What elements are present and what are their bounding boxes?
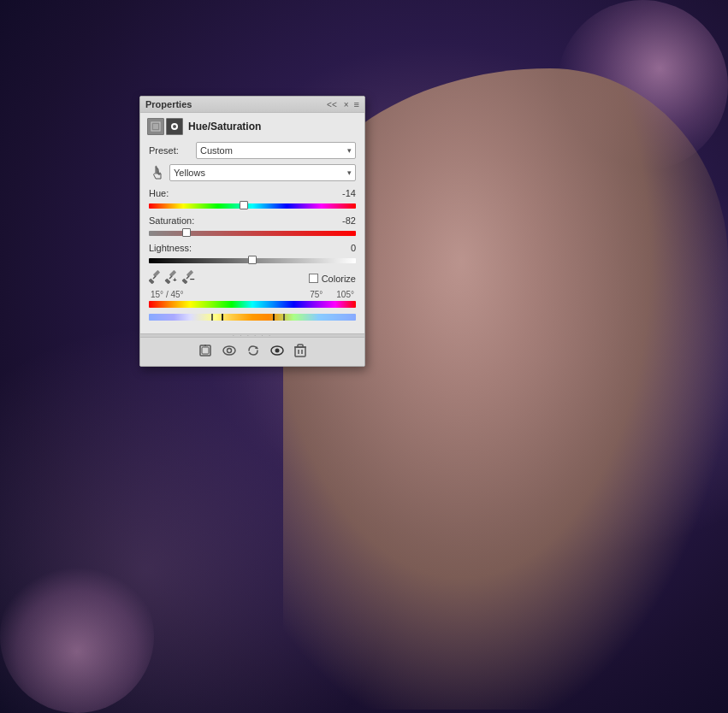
- clip-to-layer-button[interactable]: [197, 342, 214, 362]
- svg-rect-27: [298, 345, 303, 347]
- range-marker-left2: [222, 314, 223, 321]
- lightness-slider[interactable]: [149, 255, 356, 265]
- saturation-slider-row: Saturation: -82: [149, 215, 356, 238]
- svg-point-18: [223, 346, 235, 355]
- svg-rect-23: [295, 347, 305, 356]
- colorize-label: Colorize: [322, 274, 356, 284]
- preset-dropdown[interactable]: Custom ▾: [196, 142, 356, 159]
- view-previous-button[interactable]: [221, 342, 238, 362]
- close-button[interactable]: ×: [342, 100, 351, 109]
- delete-button[interactable]: [293, 342, 308, 362]
- saturation-thumb[interactable]: [182, 228, 191, 237]
- toggle-visibility-button[interactable]: [269, 342, 286, 362]
- colorize-checkbox[interactable]: [309, 274, 318, 283]
- channel-row: Yellows ▾: [149, 164, 356, 181]
- svg-line-6: [153, 276, 156, 279]
- range-right1: 75°: [310, 290, 323, 299]
- range-marker-right2: [283, 314, 285, 321]
- saturation-slider[interactable]: [149, 227, 356, 238]
- svg-line-9: [169, 276, 172, 279]
- lightness-header: Lightness: 0: [149, 243, 356, 253]
- range-right2: 105°: [336, 290, 354, 299]
- adjustment-layer-icon[interactable]: [147, 118, 164, 135]
- svg-text:+: +: [173, 276, 177, 284]
- panel-menu-button[interactable]: ≡: [354, 99, 359, 109]
- svg-line-13: [186, 276, 189, 279]
- range-right-degrees: 75° 105°: [310, 290, 354, 299]
- svg-rect-1: [153, 124, 158, 129]
- lightness-thumb[interactable]: [248, 256, 257, 264]
- eyedropper-set-icon[interactable]: [149, 270, 161, 286]
- panel-toolbar: [140, 337, 364, 366]
- hue-value: -14: [330, 188, 356, 198]
- saturation-value: -82: [330, 215, 356, 226]
- range-marker-left: [211, 314, 213, 321]
- hue-thumb[interactable]: [240, 201, 248, 209]
- resize-dots-icon: · · · · · ·: [233, 332, 272, 339]
- titlebar-controls: << × ≡: [325, 99, 359, 109]
- eyedropper-add-icon[interactable]: +: [164, 270, 178, 286]
- hand-tool-icon[interactable]: [149, 164, 166, 181]
- channel-value: Yellows: [174, 168, 205, 178]
- lightness-slider-row: Lightness: 0: [149, 243, 356, 265]
- panel-section-header: Hue/Saturation: [140, 113, 364, 138]
- svg-rect-16: [202, 347, 209, 354]
- color-range-section: 15° / 45° 75° 105°: [149, 290, 356, 324]
- hue-track-bg: [149, 203, 356, 209]
- channel-dropdown[interactable]: Yellows ▾: [169, 164, 356, 181]
- saturation-label: Saturation:: [149, 215, 194, 226]
- panel-titlebar: Properties << × ≡: [140, 97, 364, 113]
- svg-point-22: [275, 349, 280, 353]
- hue-header: Hue: -14: [149, 188, 356, 198]
- hue-slider-row: Hue: -14: [149, 188, 356, 210]
- eyedropper-row: + − Colorize: [149, 270, 356, 286]
- preset-row: Preset: Custom ▾: [149, 142, 356, 159]
- hue-slider[interactable]: [149, 200, 356, 210]
- section-title: Hue/Saturation: [188, 121, 261, 133]
- preset-arrow: ▾: [347, 146, 352, 155]
- saturation-track-bg: [149, 231, 356, 236]
- selection-bar-container: [149, 314, 356, 324]
- preset-value: Custom: [200, 145, 233, 156]
- svg-rect-4: [153, 270, 160, 277]
- rose-decoration-bottom: [0, 559, 154, 713]
- svg-point-19: [228, 349, 232, 353]
- preset-label: Preset:: [149, 145, 196, 156]
- rainbow-bar-container: [149, 301, 356, 311]
- hue-label: Hue:: [149, 188, 169, 198]
- adjustment-icons: [147, 118, 183, 135]
- collapse-button[interactable]: <<: [325, 100, 339, 109]
- range-marker-right: [273, 314, 275, 321]
- properties-panel: Properties << × ≡ Hue/Saturation: [139, 96, 365, 367]
- selection-color-bar: [149, 314, 356, 321]
- channel-arrow: ▾: [347, 168, 352, 177]
- rainbow-color-bar: [149, 301, 356, 308]
- reset-button[interactable]: [245, 342, 262, 362]
- svg-text:−: −: [190, 274, 195, 284]
- range-degrees: 15° / 45° 75° 105°: [149, 290, 356, 299]
- mask-icon[interactable]: [166, 118, 183, 135]
- saturation-header: Saturation: -82: [149, 215, 356, 226]
- svg-point-3: [173, 125, 176, 128]
- range-left-degrees: 15° / 45°: [151, 290, 184, 299]
- lightness-value: 0: [330, 243, 356, 253]
- eyedropper-subtract-icon[interactable]: −: [181, 270, 195, 286]
- panel-title: Properties: [145, 99, 192, 109]
- panel-content: Preset: Custom ▾ Yellows ▾ Hue: -: [140, 138, 364, 333]
- lightness-label: Lightness:: [149, 243, 192, 253]
